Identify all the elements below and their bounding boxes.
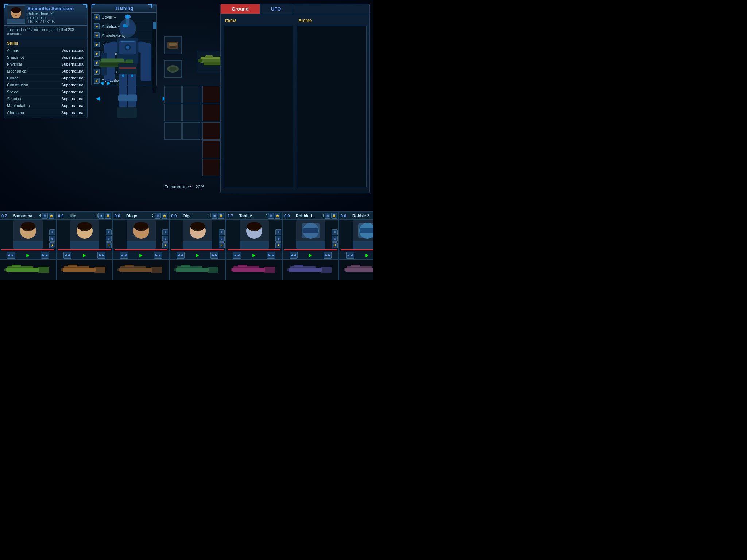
card-slot-count: 4 — [265, 214, 267, 218]
action-btn-1[interactable]: ◄◄ — [63, 252, 71, 259]
svg-point-77 — [138, 229, 140, 231]
skill-value: Supernatural — [61, 110, 84, 115]
card-header: 0.0 Diego 3 ⊞ 🔒 — [113, 212, 169, 220]
ammo-strip-3[interactable] — [202, 122, 220, 140]
side-icons: 👁 ⚙ ⚡ — [162, 229, 169, 249]
action-btn-2[interactable]: ►► — [97, 252, 105, 259]
side-icon-2: ⚙ — [162, 236, 168, 242]
ammo-box[interactable] — [297, 26, 367, 187]
soldier-card[interactable]: 0.0 Olga 3 ⊞ 🔒 — [170, 212, 226, 280]
side-icon-3: ⚡ — [162, 242, 168, 248]
inv-slot-4[interactable] — [164, 104, 182, 121]
card-weapon — [283, 260, 338, 280]
action-btn-1[interactable]: ◄◄ — [290, 252, 298, 259]
tab-ground[interactable]: Ground — [221, 4, 260, 14]
tab-ufo[interactable]: UFO — [260, 4, 292, 14]
action-btn-1[interactable]: ◄◄ — [177, 252, 185, 259]
encumbrance-value: 22% — [196, 184, 204, 190]
card-actions: ◄◄ ► ►► — [57, 251, 112, 260]
card-score: 0.0 — [58, 214, 68, 218]
side-icon-2: ⚙ — [332, 236, 338, 242]
svg-point-66 — [81, 229, 83, 231]
action-arrow[interactable]: ► — [82, 252, 87, 258]
inv-slot-8[interactable] — [182, 122, 200, 140]
side-icons: 👁 ⚙ ⚡ — [275, 229, 282, 249]
action-btn-2[interactable]: ►► — [324, 252, 332, 259]
skill-value: Supernatural — [61, 62, 84, 66]
ammo-strip-1[interactable] — [202, 86, 220, 103]
action-arrow[interactable]: ► — [308, 252, 313, 258]
card-name: Robbie 1 — [296, 214, 320, 218]
skill-name: Manipulation — [7, 104, 30, 108]
svg-rect-126 — [351, 265, 360, 267]
skill-row: AimingSupernatural — [4, 47, 87, 54]
action-btn-2[interactable]: ►► — [154, 252, 162, 259]
soldier-card[interactable]: 0.0 Robbie 2 3 ⊞ 🔒 — [339, 212, 374, 280]
card-weapon — [113, 260, 169, 280]
action-btn-1[interactable]: ◄◄ — [233, 252, 241, 259]
head-slot[interactable] — [164, 36, 182, 54]
hp-bar — [228, 249, 280, 250]
card-score: 0.7 — [1, 214, 12, 218]
card-icons: 3 ⊞ 🔒 — [322, 213, 337, 219]
svg-point-2 — [11, 7, 21, 13]
ammo-strip-2[interactable] — [202, 104, 220, 121]
action-btn-1[interactable]: ◄◄ — [346, 252, 354, 259]
card-lock-icon: 🔒 — [275, 213, 280, 219]
side-icon-1: 👁 — [219, 229, 225, 235]
right-panel: Ground UFO Items Ammo — [220, 4, 370, 193]
action-arrow[interactable]: ► — [195, 252, 200, 258]
card-header: 0.0 Ute 3 ⊞ 🔒 — [57, 212, 112, 220]
card-name: Diego — [126, 214, 151, 218]
action-btn-1[interactable]: ◄◄ — [7, 252, 15, 259]
card-face: 👁 ⚙ ⚡ — [339, 220, 374, 249]
skill-value: Supernatural — [61, 104, 84, 108]
soldier-header: Samantha Svensson Soldier level 24 Exper… — [4, 4, 87, 26]
soldier-level: Soldier level 24 — [27, 11, 84, 16]
svg-point-55 — [24, 229, 27, 231]
action-btn-2[interactable]: ►► — [267, 252, 275, 259]
card-slot-icon: ⊞ — [42, 213, 48, 219]
soldier-card[interactable]: 0.0 Diego 3 ⊞ 🔒 — [113, 212, 170, 280]
hp-bar — [115, 249, 167, 250]
action-arrow[interactable]: ► — [365, 252, 370, 258]
svg-rect-45 — [198, 59, 202, 62]
action-btn-2[interactable]: ►► — [210, 252, 218, 259]
card-score: 0.0 — [171, 214, 181, 218]
svg-point-35 — [131, 74, 133, 77]
action-arrow[interactable]: ► — [139, 252, 144, 258]
inv-slot-1[interactable] — [164, 86, 182, 103]
svg-rect-27 — [128, 74, 136, 108]
items-box[interactable] — [224, 26, 293, 187]
action-arrow[interactable]: ► — [26, 252, 31, 258]
soldier-card[interactable]: 1.7 Tabbie 4 ⊞ 🔒 — [226, 212, 283, 280]
svg-rect-105 — [231, 268, 234, 271]
card-weapon — [339, 260, 374, 280]
action-arrow[interactable]: ► — [252, 252, 257, 258]
card-header: 1.7 Tabbie 4 ⊞ 🔒 — [226, 212, 282, 220]
skill-value: Supernatural — [61, 69, 84, 73]
action-btn-1[interactable]: ◄◄ — [120, 252, 128, 259]
inv-slot-5[interactable] — [182, 104, 200, 121]
action-btn-2[interactable]: ►► — [41, 252, 49, 259]
inv-slot-7[interactable] — [164, 122, 182, 140]
ammo-column: Ammo — [297, 17, 367, 187]
card-header: 0.0 Robbie 1 3 ⊞ 🔒 — [283, 212, 338, 220]
soldier-card[interactable]: 0.0 Robbie 1 3 ⊞ 🔒 — [283, 212, 339, 280]
svg-rect-37 — [169, 43, 177, 46]
svg-rect-71 — [94, 267, 105, 273]
skill-row: ScoutingSupernatural — [4, 96, 87, 102]
card-lock-icon: 🔒 — [218, 213, 224, 219]
ammo-strip-4[interactable] — [202, 140, 220, 158]
svg-rect-28 — [118, 95, 128, 102]
ammo-strip-5[interactable] — [202, 159, 220, 176]
soldier-card[interactable]: 0.7 Samantha 4 ⊞ 🔒 — [0, 212, 57, 280]
inv-slot-2[interactable] — [182, 86, 200, 103]
svg-rect-57 — [13, 241, 43, 249]
hp-bar-container — [171, 249, 224, 250]
card-slot-icon: ⊞ — [325, 213, 330, 219]
card-name: Robbie 2 — [352, 214, 374, 218]
soldier-card[interactable]: 0.0 Ute 3 ⊞ 🔒 — [57, 212, 113, 280]
skill-value: Supernatural — [61, 48, 84, 52]
model-left-arrow[interactable]: ◄ — [95, 95, 101, 102]
